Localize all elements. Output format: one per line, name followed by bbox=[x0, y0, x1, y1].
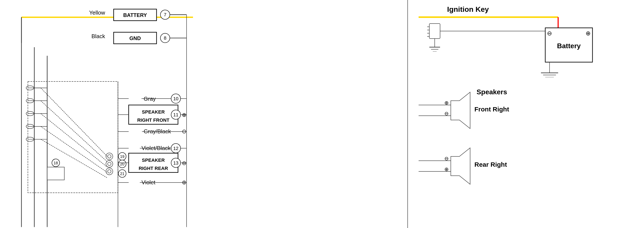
rear-right-label: Rear Right bbox=[474, 161, 507, 168]
svg-text:Yellow: Yellow bbox=[89, 9, 105, 16]
svg-rect-50 bbox=[47, 167, 64, 180]
svg-text:⊕: ⊕ bbox=[444, 100, 449, 106]
svg-text:⊖: ⊖ bbox=[182, 128, 186, 134]
svg-text:⊕: ⊕ bbox=[444, 166, 449, 172]
svg-line-33 bbox=[41, 88, 107, 156]
svg-text:⊖: ⊖ bbox=[547, 30, 552, 37]
svg-text:GND: GND bbox=[130, 35, 141, 41]
svg-text:7: 7 bbox=[164, 12, 166, 17]
svg-text:SPEAKER: SPEAKER bbox=[142, 109, 165, 115]
svg-text:RIGHT FRONT: RIGHT FRONT bbox=[137, 117, 170, 123]
svg-line-36 bbox=[41, 126, 107, 173]
svg-text:RIGHT REAR: RIGHT REAR bbox=[139, 166, 168, 171]
ignition-key-label: Ignition Key bbox=[447, 5, 489, 13]
svg-text:10: 10 bbox=[173, 96, 178, 101]
svg-line-35 bbox=[41, 114, 107, 167]
svg-marker-119 bbox=[451, 148, 470, 184]
svg-text:Battery: Battery bbox=[557, 42, 581, 50]
svg-point-40 bbox=[106, 160, 113, 167]
svg-text:19: 19 bbox=[120, 154, 124, 159]
svg-text:20: 20 bbox=[120, 162, 124, 166]
svg-text:⊕: ⊕ bbox=[182, 179, 186, 186]
svg-marker-114 bbox=[451, 92, 470, 128]
svg-text:Black: Black bbox=[92, 33, 106, 39]
svg-rect-95 bbox=[429, 23, 440, 39]
svg-point-39 bbox=[108, 155, 111, 158]
svg-point-43 bbox=[108, 170, 111, 173]
main-container: Yellow BATTERY 7 Black GND 8 bbox=[0, 0, 644, 228]
svg-text:SPEAKER: SPEAKER bbox=[142, 157, 165, 163]
left-panel: Yellow BATTERY 7 Black GND 8 bbox=[0, 0, 408, 228]
svg-text:11: 11 bbox=[173, 112, 178, 117]
svg-text:Gray/Black: Gray/Black bbox=[144, 128, 171, 134]
svg-text:8: 8 bbox=[164, 35, 166, 41]
front-right-label: Front Right bbox=[474, 106, 509, 113]
svg-text:12: 12 bbox=[173, 146, 178, 151]
svg-point-41 bbox=[108, 162, 111, 166]
svg-text:⊕: ⊕ bbox=[586, 30, 590, 37]
svg-point-42 bbox=[106, 168, 113, 175]
speakers-label: Speakers bbox=[476, 88, 507, 96]
svg-text:18: 18 bbox=[54, 161, 58, 165]
svg-text:Violet: Violet bbox=[142, 179, 156, 186]
svg-text:BATTERY: BATTERY bbox=[123, 12, 147, 18]
svg-text:⊖: ⊖ bbox=[444, 156, 449, 161]
svg-text:Violet/Black: Violet/Black bbox=[142, 145, 171, 151]
right-panel: Ignition Key Battery ⊖ ⊕ bbox=[408, 0, 644, 228]
svg-text:13: 13 bbox=[173, 160, 178, 166]
svg-line-34 bbox=[41, 101, 107, 162]
svg-text:⊖: ⊖ bbox=[444, 111, 449, 116]
svg-text:21: 21 bbox=[120, 172, 124, 176]
